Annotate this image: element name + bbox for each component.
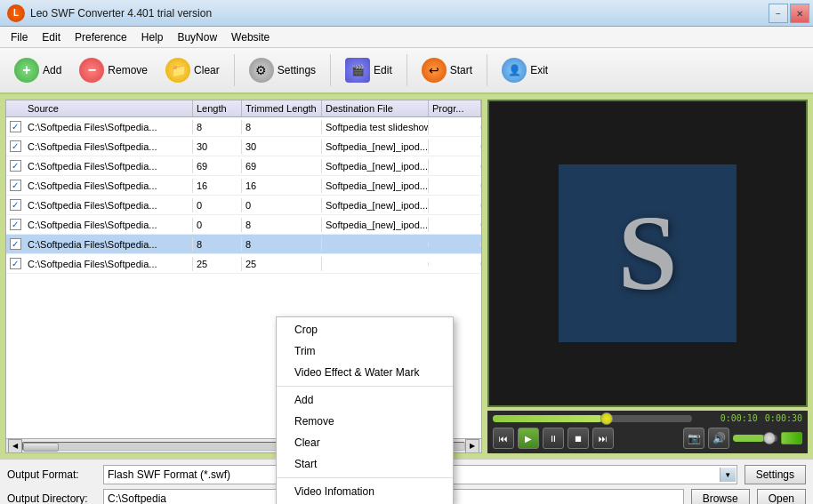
volume-slider[interactable] bbox=[733, 435, 777, 442]
row-source: C:\Softpedia Files\Softpedia... bbox=[24, 140, 193, 154]
app-icon: L bbox=[7, 4, 25, 22]
remove-button[interactable]: − Remove bbox=[72, 54, 155, 86]
row-prog bbox=[429, 164, 481, 168]
vc-stop-button[interactable]: ⏹ bbox=[567, 428, 589, 449]
menu-website[interactable]: Website bbox=[224, 29, 277, 45]
progress-fill bbox=[493, 415, 602, 422]
scroll-right-arrow[interactable]: ▶ bbox=[465, 439, 479, 453]
row-checkbox[interactable]: ✓ bbox=[10, 180, 21, 191]
row-trimmed: 16 bbox=[242, 179, 322, 193]
row-source: C:\Softpedia Files\Softpedia... bbox=[24, 120, 193, 134]
row-source: C:\Softpedia Files\Softpedia... bbox=[24, 159, 193, 173]
vc-next-button[interactable]: ⏭ bbox=[592, 428, 614, 449]
time-labels: 0:00:10 0:00:30 bbox=[696, 413, 802, 423]
progress-thumb[interactable] bbox=[600, 412, 613, 425]
ctx-start[interactable]: Start bbox=[277, 453, 453, 475]
vc-pause-button[interactable]: ⏸ bbox=[543, 428, 564, 449]
clear-button[interactable]: 📁 Clear bbox=[158, 54, 227, 86]
row-checkbox[interactable]: ✓ bbox=[10, 219, 21, 230]
scroll-thumb[interactable] bbox=[23, 443, 59, 452]
exit-button[interactable]: 👤 Exit bbox=[495, 54, 555, 86]
table-row[interactable]: ✓ C:\Softpedia Files\Softpedia... 0 0 So… bbox=[6, 196, 481, 215]
ctx-clear[interactable]: Clear bbox=[277, 432, 453, 453]
table-row[interactable]: ✓ C:\Softpedia Files\Softpedia... 8 8 So… bbox=[6, 117, 481, 137]
volume-thumb[interactable] bbox=[763, 432, 776, 444]
progress-bar-container: 0:00:10 0:00:30 bbox=[493, 413, 802, 423]
video-panel: S 0:00:10 0:00:30 ⏮ ▶ ⏸ ⏹ ⏭ bbox=[487, 100, 808, 453]
row-checkbox[interactable]: ✓ bbox=[10, 121, 21, 132]
row-length: 0 bbox=[193, 218, 242, 232]
ctx-trim[interactable]: Trim bbox=[277, 340, 453, 362]
row-checkbox[interactable]: ✓ bbox=[10, 238, 21, 250]
toolbar: + Add − Remove 📁 Clear ⚙ Settings 🎬 Edit… bbox=[0, 48, 813, 94]
video-preview: S bbox=[487, 100, 808, 407]
ctx-add[interactable]: Add bbox=[277, 389, 453, 411]
settings-icon: ⚙ bbox=[249, 58, 274, 83]
menu-help[interactable]: Help bbox=[134, 29, 171, 45]
table-row[interactable]: ✓ C:\Softpedia Files\Softpedia... 69 69 … bbox=[6, 156, 481, 176]
row-dest: Softpedia_[new]_ipod.... bbox=[322, 198, 429, 212]
row-dest: Softpedia_[new]_ipod.... bbox=[322, 140, 429, 154]
row-source: C:\Softpedia Files\Softpedia... bbox=[24, 237, 193, 252]
row-length: 8 bbox=[193, 237, 242, 252]
row-checkbox[interactable]: ✓ bbox=[10, 140, 21, 152]
menu-file[interactable]: File bbox=[4, 29, 35, 45]
table-row[interactable]: ✓ C:\Softpedia Files\Softpedia... 8 8 bbox=[6, 235, 481, 254]
vc-play-button[interactable]: ▶ bbox=[518, 428, 539, 449]
minimize-button[interactable]: − bbox=[769, 4, 788, 23]
edit-button[interactable]: 🎬 Edit bbox=[338, 54, 399, 86]
row-checkbox[interactable]: ✓ bbox=[10, 258, 21, 269]
row-trimmed: 0 bbox=[242, 198, 322, 212]
toolbar-sep-3 bbox=[406, 54, 407, 86]
vc-buttons: ⏮ ▶ ⏸ ⏹ ⏭ 📷 🔊 bbox=[493, 426, 802, 451]
row-checkbox[interactable]: ✓ bbox=[10, 160, 21, 172]
open-button[interactable]: Open bbox=[757, 489, 806, 504]
table-row[interactable]: ✓ C:\Softpedia Files\Softpedia... 25 25 bbox=[6, 254, 481, 274]
ctx-remove[interactable]: Remove bbox=[277, 411, 453, 432]
video-controls-bar: 0:00:10 0:00:30 ⏮ ▶ ⏸ ⏹ ⏭ 📷 🔊 bbox=[487, 411, 808, 453]
window-controls: − ✕ bbox=[769, 4, 809, 23]
menu-buynow[interactable]: BuyNow bbox=[170, 29, 224, 45]
row-dest: Softpedia_[new]_ipod.... bbox=[322, 159, 429, 173]
output-settings-button[interactable]: Settings bbox=[745, 465, 806, 484]
row-prog bbox=[429, 184, 481, 188]
col-header-dest: Destination File bbox=[322, 100, 429, 116]
start-button[interactable]: ↩ Start bbox=[415, 54, 479, 86]
col-header-source: Source bbox=[24, 100, 193, 116]
menu-preference[interactable]: Preference bbox=[68, 29, 134, 45]
add-button[interactable]: + Add bbox=[7, 54, 68, 86]
scroll-left-arrow[interactable]: ◀ bbox=[8, 439, 22, 453]
table-row[interactable]: ✓ C:\Softpedia Files\Softpedia... 0 8 So… bbox=[6, 215, 481, 235]
progress-track[interactable] bbox=[493, 415, 692, 422]
row-source: C:\Softpedia Files\Softpedia... bbox=[24, 257, 193, 271]
row-trimmed: 8 bbox=[242, 120, 322, 134]
vc-volume-button[interactable]: 🔊 bbox=[708, 428, 729, 449]
table-row[interactable]: ✓ C:\Softpedia Files\Softpedia... 16 16 … bbox=[6, 176, 481, 196]
row-checkbox[interactable]: ✓ bbox=[10, 199, 21, 211]
row-prog bbox=[429, 262, 481, 266]
toolbar-sep-4 bbox=[487, 54, 487, 86]
row-dest bbox=[322, 262, 429, 266]
settings-button[interactable]: ⚙ Settings bbox=[242, 54, 323, 86]
ctx-crop[interactable]: Crop bbox=[277, 319, 453, 340]
row-trimmed: 8 bbox=[242, 237, 322, 252]
time-total: 0:00:30 bbox=[765, 413, 802, 423]
menu-edit[interactable]: Edit bbox=[35, 29, 68, 45]
ctx-video-effect[interactable]: Video Effect & Water Mark bbox=[277, 362, 453, 383]
ctx-video-info[interactable]: Video Infomation bbox=[277, 481, 453, 502]
main-content: Source Length Trimmed Length Destination… bbox=[0, 94, 813, 459]
browse-button[interactable]: Browse bbox=[691, 489, 750, 504]
row-trimmed: 69 bbox=[242, 159, 322, 173]
row-source: C:\Softpedia Files\Softpedia... bbox=[24, 218, 193, 232]
menu-bar: File Edit Preference Help BuyNow Website bbox=[0, 27, 813, 48]
vc-snapshot-button[interactable]: 📷 bbox=[683, 428, 704, 449]
toolbar-sep-2 bbox=[330, 54, 331, 86]
row-prog bbox=[429, 145, 481, 148]
table-row[interactable]: ✓ C:\Softpedia Files\Softpedia... 30 30 … bbox=[6, 137, 481, 156]
row-trimmed: 8 bbox=[242, 218, 322, 232]
row-dest: Softpedia test slideshow... bbox=[322, 120, 429, 134]
exit-icon: 👤 bbox=[502, 58, 527, 83]
row-length: 30 bbox=[193, 140, 242, 154]
vc-prev-button[interactable]: ⏮ bbox=[493, 428, 514, 449]
close-button[interactable]: ✕ bbox=[790, 4, 809, 23]
